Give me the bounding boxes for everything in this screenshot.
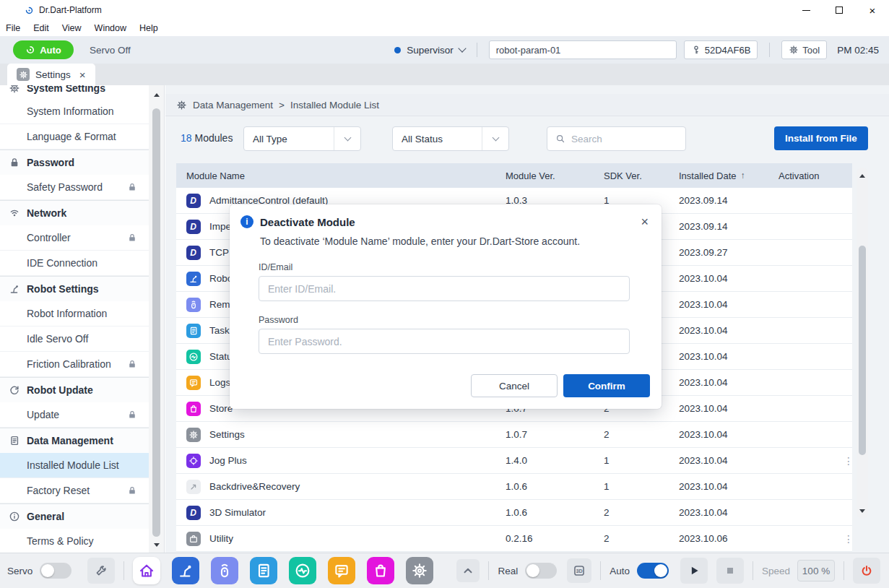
sidebar-item-system-information[interactable]: System Information: [0, 99, 149, 124]
sidebar-item-friction-calibration[interactable]: Friction Calibration: [0, 352, 149, 377]
col-installed-date[interactable]: Installed Date: [679, 170, 737, 181]
sidebar-item-installed-module-list[interactable]: Installed Module List: [0, 453, 149, 478]
sort-ascending-icon[interactable]: ↑: [741, 170, 745, 181]
scroll-up-icon[interactable]: [857, 170, 868, 181]
menu-view[interactable]: View: [62, 23, 82, 33]
cancel-button[interactable]: Cancel: [471, 374, 558, 397]
confirm-button[interactable]: Confirm: [563, 374, 650, 397]
serial-number-button[interactable]: 52D4AF6B: [684, 40, 758, 59]
sidebar-item-update[interactable]: Update: [0, 402, 149, 428]
jog-tool-button[interactable]: [87, 558, 115, 584]
search-input[interactable]: [571, 134, 677, 144]
sidebar-item-ide-connection[interactable]: IDE Connection: [0, 251, 149, 276]
row-menu-icon[interactable]: ⋮: [838, 533, 859, 545]
divider: [753, 561, 753, 580]
speed-value[interactable]: 100 %: [797, 560, 835, 581]
app-store-icon[interactable]: [367, 557, 394, 584]
module-remote-icon: [186, 298, 201, 312]
3d-view-button[interactable]: 3D: [567, 558, 591, 583]
auto-mode-badge[interactable]: Auto: [13, 40, 74, 59]
col-module-name[interactable]: Module Name: [186, 170, 245, 181]
table-row[interactable]: Jog Plus1.4.012023.10.04⋮: [176, 448, 852, 474]
sidebar-item-robot-update[interactable]: Robot Update: [0, 377, 149, 402]
installed-date: 2023.10.04: [669, 403, 768, 414]
menu-file[interactable]: File: [6, 23, 20, 33]
sidebar-item-safety-password[interactable]: Safety Password: [0, 175, 149, 200]
tab-settings[interactable]: Settings ×: [7, 64, 95, 85]
sidebar-section-label: Robot Update: [27, 384, 93, 396]
col-sdk-ver[interactable]: SDK Ver.: [604, 170, 642, 181]
app-robot-icon[interactable]: [172, 557, 199, 584]
tool-button[interactable]: Tool: [781, 40, 827, 59]
status-filter-dropdown[interactable]: All Status: [392, 126, 509, 151]
module-version: 0.2.16: [495, 533, 594, 544]
power-button[interactable]: [853, 558, 880, 584]
sidebar-item-clipped[interactable]: System Settings: [0, 85, 149, 99]
scroll-up-icon[interactable]: [149, 90, 164, 100]
sidebar-scroll-thumb[interactable]: [152, 108, 160, 537]
tab-close-icon[interactable]: ×: [79, 69, 86, 81]
sidebar-item-terms-policy[interactable]: Terms & Policy: [0, 529, 149, 553]
table-row[interactable]: Settings1.0.722023.10.04: [176, 422, 852, 448]
sidebar-item-network[interactable]: Network: [0, 200, 149, 225]
servo-toggle[interactable]: [40, 563, 71, 579]
sidebar-item-robot-settings[interactable]: Robot Settings: [0, 276, 149, 301]
menu-window[interactable]: Window: [95, 23, 126, 33]
table-row[interactable]: Utility0.2.1622023.10.06⋮: [176, 526, 852, 552]
app-home-icon[interactable]: [133, 557, 160, 584]
expand-panel-button[interactable]: [456, 559, 480, 582]
user-role-select[interactable]: Supervisor: [394, 45, 465, 56]
document-icon: [9, 435, 20, 446]
table-scroll-thumb[interactable]: [859, 246, 866, 455]
app-task-icon[interactable]: [250, 557, 277, 584]
sidebar-item-password[interactable]: Password: [0, 150, 149, 175]
col-activation[interactable]: Activation: [779, 170, 819, 181]
module-name: 3D Simulator: [209, 507, 266, 518]
sidebar-item-controller[interactable]: Controller: [0, 225, 149, 251]
dialog-close-icon[interactable]: ×: [641, 215, 649, 228]
mode-swirl-icon: [25, 45, 35, 55]
menu-edit[interactable]: Edit: [33, 23, 49, 33]
id-email-field[interactable]: [259, 276, 630, 301]
sidebar-item-factory-reset[interactable]: Factory Reset: [0, 478, 149, 503]
type-filter-dropdown[interactable]: All Type: [243, 126, 361, 151]
sidebar-item-general[interactable]: General: [0, 503, 149, 529]
maximize-icon: [836, 7, 843, 14]
close-button[interactable]: ×: [856, 0, 889, 20]
chevron-down-icon: [482, 137, 508, 140]
sidebar-item-language-format[interactable]: Language & Format: [0, 124, 149, 150]
real-toggle[interactable]: [525, 563, 557, 579]
sidebar-item-data-management[interactable]: Data Management: [0, 428, 149, 453]
divider: [844, 561, 844, 580]
installed-date: 2023.10.04: [669, 325, 768, 336]
sidebar-scrollbar[interactable]: [149, 85, 164, 553]
sidebar-item-idle-servo-off[interactable]: Idle Servo Off: [0, 327, 149, 352]
auto-toggle[interactable]: [637, 563, 669, 579]
stop-button[interactable]: [716, 558, 744, 584]
sdk-version: 2: [594, 533, 669, 544]
app-remote-icon[interactable]: [211, 557, 238, 584]
minimize-button[interactable]: [789, 0, 823, 20]
install-from-file-button[interactable]: Install from File: [774, 126, 868, 150]
table-row[interactable]: Backdrive&Recovery1.0.612023.10.04: [176, 474, 852, 500]
password-field[interactable]: [259, 329, 630, 354]
col-module-ver[interactable]: Module Ver.: [506, 170, 555, 181]
app-logs-icon[interactable]: [328, 557, 355, 584]
dialog-title: Deactivate Module: [260, 216, 355, 228]
table-row[interactable]: D3D Simulator1.0.622023.10.04: [176, 500, 852, 526]
menu-help[interactable]: Help: [139, 23, 158, 33]
scroll-down-icon[interactable]: [857, 506, 868, 516]
maximize-button[interactable]: [823, 0, 856, 20]
sidebar-item-robot-information[interactable]: Robot Information: [0, 301, 149, 327]
app-status-icon[interactable]: [289, 557, 316, 584]
lock-icon: [127, 410, 137, 420]
robot-param-input[interactable]: [489, 40, 677, 59]
scroll-down-icon[interactable]: [149, 540, 164, 550]
app-settings-icon[interactable]: [406, 557, 433, 584]
refresh-icon: [9, 384, 20, 396]
id-email-label: ID/Email: [259, 262, 630, 272]
breadcrumb-parent[interactable]: Data Management: [193, 100, 273, 111]
play-button[interactable]: [680, 558, 708, 584]
svg-text:3D: 3D: [576, 568, 583, 574]
table-scrollbar[interactable]: [857, 168, 868, 519]
